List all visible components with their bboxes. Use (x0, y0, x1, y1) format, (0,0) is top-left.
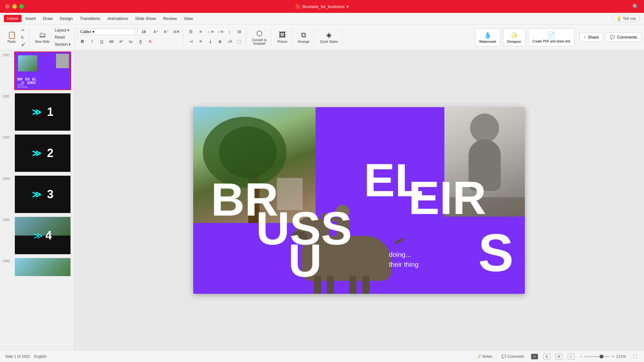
slide-preview-6[interactable] (14, 257, 71, 277)
subscript-button[interactable]: x₂ (126, 37, 135, 46)
slide-preview-3[interactable]: ≫ 2 (14, 134, 71, 172)
align-right-button[interactable]: ⤓ (206, 37, 215, 46)
zoom-out-button[interactable]: − (580, 354, 582, 359)
close-button[interactable] (5, 4, 10, 9)
numbering-button[interactable]: ≡ (196, 28, 205, 36)
ribbon-right: 💧 Watermark ✨ Designer 📄 Create PDF and … (475, 28, 641, 46)
zoom-slider[interactable] (584, 356, 610, 357)
slide-thumb-6[interactable]: 1986 (0, 256, 74, 278)
comments-status-button[interactable]: 💬 Commets (499, 354, 526, 359)
slide-preview-1[interactable]: BRUSS EL U EIRS doing...their thing (14, 51, 71, 90)
paste-button[interactable]: 📋 Paste (5, 28, 19, 46)
slide-thumb-3[interactable]: 1983 ≫ 2 (0, 133, 74, 174)
slide-preview-5[interactable]: ≫ 4 (14, 216, 71, 255)
slide-thumb-1[interactable]: 1981 BRUSS EL U EIRS doing... (0, 50, 74, 91)
strikethrough-button[interactable]: ab (107, 37, 116, 46)
menu-insert[interactable]: Insert (22, 15, 39, 22)
justify-button[interactable]: ≣ (215, 37, 224, 46)
reading-view-button[interactable]: ⊠ (555, 354, 563, 359)
menu-review[interactable]: Review (160, 15, 180, 22)
convert-smartart-button[interactable]: ⬡ Convert to Smartart (249, 28, 269, 46)
new-slide-button[interactable]: 🗂 New Slide (33, 28, 52, 46)
slide-preview-2[interactable]: ≫ 1 (14, 93, 71, 131)
slide-3-content: ≫ 2 (15, 135, 71, 172)
comments-status-icon: 💬 (501, 354, 506, 359)
notes-label: Notes (482, 354, 492, 359)
slide-counter-s: S (5, 354, 8, 359)
comment-icon: 💬 (610, 35, 615, 40)
columns-button[interactable]: ⊟ (235, 28, 244, 36)
menu-slideshow[interactable]: Slide Show (132, 15, 159, 22)
clipboard-group: 📋 Paste ✂ ⎘ 🖌 (3, 28, 29, 47)
font-color-button[interactable]: A (146, 37, 155, 46)
zoom-control: − + 121% (580, 354, 626, 359)
slide-thumb-2[interactable]: 1982 ≫ 1 (0, 91, 74, 133)
copy-button[interactable]: ⎘ (19, 34, 27, 41)
superscript-button[interactable]: x² (117, 37, 126, 46)
tell-me-button[interactable]: 💡 Tell me (612, 15, 640, 22)
share-comments-area: ↑ Share 💬 Comments (580, 32, 641, 42)
menu-view[interactable]: View (181, 15, 196, 22)
menu-draw[interactable]: Draw (40, 15, 56, 22)
share-button[interactable]: ↑ Share (580, 32, 603, 42)
slideshow-view-button[interactable]: ▷ (568, 354, 575, 359)
align-text-button[interactable]: ⬚ (235, 37, 244, 46)
section-button[interactable]: Section ▾ (53, 41, 72, 48)
reset-button[interactable]: Reset (53, 34, 72, 41)
maximize-button[interactable] (19, 4, 24, 9)
quick-styles-button[interactable]: ◈ Quick Styles (317, 28, 341, 46)
create-pdf-button[interactable]: 📄 Create PDF and share link (528, 28, 574, 46)
menu-animations[interactable]: Animations (104, 15, 131, 22)
italic-button[interactable]: I (88, 37, 97, 46)
slide-preview-4[interactable]: ≫ 3 (14, 175, 71, 214)
window-controls[interactable] (5, 4, 24, 9)
minimize-button[interactable] (12, 4, 17, 9)
slide-text-u: U (288, 237, 322, 284)
text-highlight-button[interactable]: A̲ (136, 37, 145, 46)
share-icon: ↑ (584, 35, 586, 40)
slide-thumb-4[interactable]: 1984 ≫ 3 (0, 174, 74, 215)
align-left-button[interactable]: ⫤ (186, 37, 195, 46)
menu-design[interactable]: Design (57, 15, 76, 22)
menu-home[interactable]: Home (4, 15, 22, 22)
zoom-in-button[interactable]: + (612, 354, 614, 359)
bullets-button[interactable]: ☰ (186, 28, 195, 36)
quick-styles-icon: ◈ (326, 31, 332, 39)
bold-button[interactable]: B (78, 37, 87, 46)
arrange-button[interactable]: ⧉ Arrange (295, 28, 312, 46)
normal-view-button[interactable]: ⊟ (531, 354, 538, 359)
underline-button[interactable]: U (97, 37, 106, 46)
line-spacing-button[interactable]: ↕ (225, 28, 234, 36)
slide-thumb-5[interactable]: 1985 ≫ 4 (0, 215, 74, 256)
layout-button[interactable]: Layout ▾ (53, 27, 72, 33)
dropdown-arrow[interactable]: ▾ (346, 4, 349, 9)
notes-button[interactable]: 📝 Notes (474, 354, 494, 359)
align-center-button[interactable]: ≡ (196, 37, 205, 46)
slide-sorter-button[interactable]: ⊞ (543, 354, 550, 359)
comments-label: Comments (617, 35, 637, 40)
watermark-button[interactable]: 💧 Watermark (475, 28, 500, 46)
decrease-indent-button[interactable]: ←≡ (206, 28, 215, 36)
fit-slide-button[interactable]: ⛶ (631, 354, 639, 359)
convert-smartart-label: Convert to (252, 38, 267, 42)
slide-panel: 1981 BRUSS EL U EIRS doing... (0, 50, 74, 350)
increase-indent-button[interactable]: →≡ (215, 28, 224, 36)
slide-canvas[interactable]: BR USS U EL EIR S doing... their thing (193, 107, 525, 294)
format-painter-button[interactable]: 🖌 (19, 41, 27, 48)
arrange-label: Arrange (298, 40, 309, 43)
copy-icon: ⎘ (21, 35, 24, 40)
cut-button[interactable]: ✂ (19, 27, 27, 33)
slide-text-s: S (478, 226, 514, 279)
comments-button[interactable]: 💬 Comments (606, 32, 641, 42)
increase-font-button[interactable]: A⁺ (151, 28, 160, 36)
menu-transitions[interactable]: Transitions (77, 15, 103, 22)
text-direction-button[interactable]: ↕A (225, 37, 234, 46)
font-size-input[interactable]: 18 (137, 29, 150, 35)
picture-button[interactable]: 🖼 Picture (275, 28, 290, 46)
title-bar-search[interactable]: 🔍 (632, 4, 639, 10)
slide-text-eir: EIR (408, 175, 486, 221)
designer-button[interactable]: ✨ Designer (503, 28, 526, 46)
decrease-font-button[interactable]: A⁻ (162, 28, 171, 36)
clear-format-button[interactable]: A✕ (172, 28, 181, 36)
font-selector[interactable]: Calibri ▾ (78, 29, 136, 35)
